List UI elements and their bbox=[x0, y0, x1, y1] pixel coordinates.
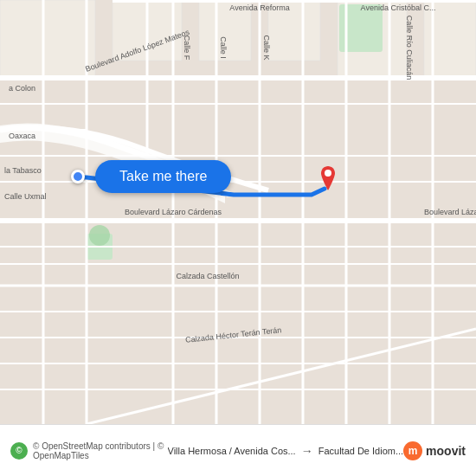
svg-rect-1 bbox=[0, 0, 95, 78]
destination-marker bbox=[318, 166, 338, 190]
from-location: Villa Hermosa / Avenida Cos... bbox=[168, 446, 296, 456]
origin-marker bbox=[71, 170, 85, 183]
moovit-brand: moovit bbox=[426, 444, 466, 458]
osm-logo: © bbox=[10, 442, 28, 460]
moovit-icon: m bbox=[403, 441, 422, 460]
svg-text:Calle I: Calle I bbox=[219, 36, 228, 59]
svg-text:Oaxaca: Oaxaca bbox=[9, 132, 35, 140]
svg-text:la Tabasco: la Tabasco bbox=[4, 166, 42, 175]
to-location: Facultad De Idiom... bbox=[318, 446, 403, 456]
bottom-bar: © © OpenStreetMap contributors | © OpenM… bbox=[0, 424, 476, 476]
svg-text:Calle Río Culiacán: Calle Río Culiacán bbox=[405, 16, 414, 80]
take-me-there-button[interactable]: Take me there bbox=[95, 160, 231, 193]
svg-text:Boulevard Lázaro Cárdenas: Boulevard Lázaro Cárdenas bbox=[125, 208, 222, 216]
direction-arrow: → bbox=[301, 444, 313, 458]
map-container: Avenida Cristóbal C... Avenida Reforma a… bbox=[0, 0, 476, 424]
moovit-logo: m moovit bbox=[403, 441, 466, 460]
svg-text:Avenida Cristóbal C...: Avenida Cristóbal C... bbox=[361, 3, 436, 12]
svg-text:Calle F: Calle F bbox=[183, 35, 191, 61]
svg-text:Calle Uxmal: Calle Uxmal bbox=[4, 192, 47, 201]
svg-text:Avenida Reforma: Avenida Reforma bbox=[229, 3, 289, 12]
svg-point-48 bbox=[89, 225, 110, 246]
svg-text:a Colon: a Colon bbox=[9, 84, 35, 93]
svg-point-49 bbox=[325, 170, 331, 177]
svg-text:Calzada Castellón: Calzada Castellón bbox=[176, 272, 239, 280]
svg-text:Boulevard Lázaro C...: Boulevard Lázaro C... bbox=[424, 208, 476, 216]
attribution-text: © OpenStreetMap contributors | © OpenMap… bbox=[33, 441, 168, 460]
svg-text:Calle K: Calle K bbox=[262, 35, 271, 60]
